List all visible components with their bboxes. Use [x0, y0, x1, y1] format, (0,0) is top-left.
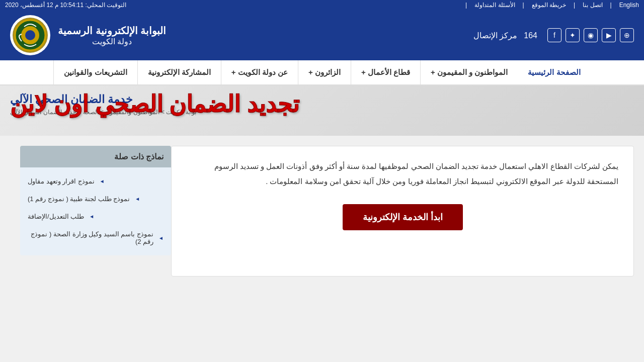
- header-right: البوابة الإلكترونية الرسمية دولة الكويت: [10, 15, 166, 55]
- portal-title-line1: البوابة الإلكترونية الرسمية: [58, 25, 166, 37]
- contact-center: 164 مركز الإتصال: [473, 31, 538, 40]
- separator2: |: [574, 2, 575, 9]
- nav-laws[interactable]: التشريعات والقوانين: [53, 60, 137, 84]
- sidebar: نماذج ذات صلة نموذج اقرار وتعهد مقاول نم…: [20, 146, 171, 277]
- content-area: يمكن لشركات القطاع الاهلي استعمال خدمة ت…: [171, 146, 634, 277]
- portal-title-line2: دولة الكويت: [58, 37, 166, 46]
- service-big-title: تجديد الضمان الصحي اون لاين: [10, 90, 299, 118]
- logo-inner: [13, 18, 48, 53]
- svg-point-2: [25, 30, 35, 40]
- logo: [10, 15, 50, 55]
- sitemap-link[interactable]: خريطة الموقع: [532, 2, 566, 9]
- header: ⊕ ▶ ◉ ✦ f 164 مركز الإتصال البوابة الإلك…: [0, 10, 644, 60]
- service-hero: تجديد الضمان الصحي اون لاين خدمة الضمان …: [0, 85, 644, 136]
- separator3: |: [523, 2, 524, 9]
- rss-icon[interactable]: ⊕: [620, 28, 634, 42]
- nav-citizens[interactable]: المواطنون و المقيمون +: [420, 60, 518, 84]
- nav-home[interactable]: الصفحة الرئيسية: [518, 60, 590, 84]
- instagram-icon[interactable]: ◉: [584, 28, 598, 42]
- english-link[interactable]: English: [619, 2, 639, 9]
- portal-title: البوابة الإلكترونية الرسمية دولة الكويت: [58, 25, 166, 46]
- sidebar-item-2[interactable]: طلب التعديل/الإضافة: [20, 208, 171, 225]
- main-nav: الصفحة الرئيسية المواطنون و المقيمون + ق…: [0, 60, 644, 85]
- sidebar-header: نماذج ذات صلة: [20, 146, 171, 167]
- timestamp: التوقيت المحلي: 10:54:11 م 12 أغسطس، 202…: [5, 2, 126, 9]
- twitter-icon[interactable]: ✦: [566, 28, 580, 42]
- start-service-button[interactable]: ابدأ الخدمة الإلكترونية: [343, 204, 463, 230]
- header-left: ⊕ ▶ ◉ ✦ f 164 مركز الإتصال: [473, 28, 634, 42]
- facebook-icon[interactable]: f: [547, 28, 561, 42]
- nav-business[interactable]: قطاع الأعمال +: [351, 60, 420, 84]
- contact-label: مركز الإتصال: [473, 31, 517, 40]
- social-icons: ⊕ ▶ ◉ ✦ f: [547, 28, 634, 42]
- separator4: |: [465, 2, 467, 9]
- sidebar-item-1[interactable]: نموذج طلب لجنة طبية ( نموذج رقم 1): [20, 190, 171, 208]
- youtube-icon[interactable]: ▶: [602, 28, 616, 42]
- sidebar-content: نموذج اقرار وتعهد مقاول نموذج طلب لجنة ط…: [20, 167, 171, 255]
- contact-number: 164: [524, 31, 537, 40]
- nav-about[interactable]: عن دولة الكويت +: [221, 60, 298, 84]
- contact-link[interactable]: اتصل بنا: [583, 2, 602, 9]
- nav-visitors[interactable]: الزائرون +: [298, 60, 351, 84]
- separator1: |: [610, 2, 612, 9]
- faq-link[interactable]: الأسئلة المتداولة: [474, 2, 515, 9]
- top-bar: English | اتصل بنا | خريطة الموقع | الأس…: [0, 0, 644, 10]
- main-content: يمكن لشركات القطاع الاهلي استعمال خدمة ت…: [0, 136, 644, 287]
- sidebar-item-3[interactable]: نموذج باسم السيد وكيل وزارة الصحة ( نموذ…: [20, 225, 171, 250]
- sidebar-item-0[interactable]: نموذج اقرار وتعهد مقاول: [20, 172, 171, 190]
- top-bar-links: English | اتصل بنا | خريطة الموقع | الأس…: [465, 2, 639, 9]
- content-description: يمكن لشركات القطاع الاهلي استعمال خدمة ت…: [187, 159, 618, 189]
- nav-participation[interactable]: المشاركة الإلكترونية: [137, 60, 221, 84]
